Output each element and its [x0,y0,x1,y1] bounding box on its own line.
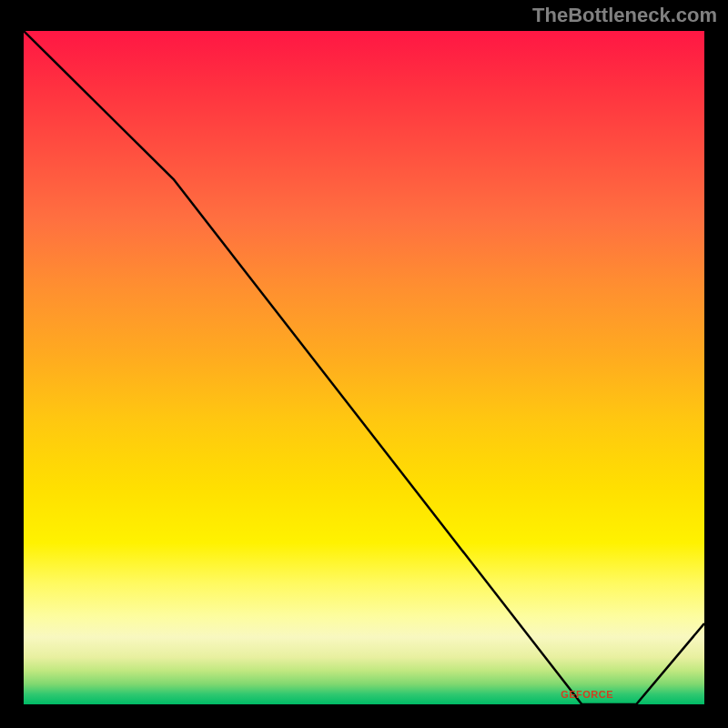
gpu-annotation: GEFORCE [561,689,613,700]
watermark-text: TheBottleneck.com [532,4,717,27]
chart-plot-area: GEFORCE [20,27,708,708]
chart-line-svg [24,31,704,704]
bottleneck-curve-path [24,31,704,704]
